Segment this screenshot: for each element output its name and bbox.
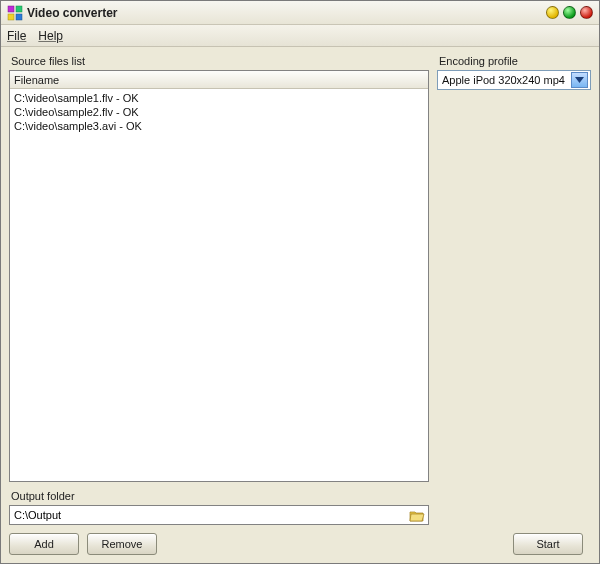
combo-dropdown-button[interactable] xyxy=(571,72,588,88)
list-item[interactable]: C:\video\sample3.avi - OK xyxy=(14,119,424,133)
source-files-list[interactable]: Filename C:\video\sample1.flv - OK C:\vi… xyxy=(9,70,429,482)
menu-file[interactable]: File xyxy=(7,29,26,43)
close-button[interactable] xyxy=(580,6,593,19)
source-files-section: Source files list Filename C:\video\samp… xyxy=(9,53,429,482)
svg-marker-4 xyxy=(575,77,584,83)
browse-folder-button[interactable] xyxy=(408,509,426,522)
svg-rect-0 xyxy=(8,6,14,12)
menu-help[interactable]: Help xyxy=(38,29,63,43)
titlebar: Video converter xyxy=(1,1,599,25)
minimize-button[interactable] xyxy=(546,6,559,19)
encoding-profile-section: Encoding profile Apple iPod 320x240 mp4 xyxy=(437,53,591,482)
output-folder-section: Output folder xyxy=(9,488,591,525)
svg-rect-3 xyxy=(16,14,22,20)
source-files-label: Source files list xyxy=(9,53,429,70)
remove-button[interactable]: Remove xyxy=(87,533,157,555)
output-folder-input[interactable] xyxy=(14,509,408,521)
maximize-button[interactable] xyxy=(563,6,576,19)
svg-rect-1 xyxy=(16,6,22,12)
source-files-body[interactable]: C:\video\sample1.flv - OK C:\video\sampl… xyxy=(10,89,428,481)
menubar: File Help xyxy=(1,25,599,47)
list-item[interactable]: C:\video\sample1.flv - OK xyxy=(14,91,424,105)
window-controls xyxy=(546,6,593,19)
top-row: Source files list Filename C:\video\samp… xyxy=(9,53,591,482)
content-area: Source files list Filename C:\video\samp… xyxy=(1,47,599,563)
window: Video converter File Help Source files l… xyxy=(0,0,600,564)
output-folder-label: Output folder xyxy=(9,488,591,505)
encoding-profile-value: Apple iPod 320x240 mp4 xyxy=(442,74,571,86)
list-item[interactable]: C:\video\sample2.flv - OK xyxy=(14,105,424,119)
window-title: Video converter xyxy=(27,6,546,20)
button-row: Add Remove Start xyxy=(9,533,591,555)
list-header-filename[interactable]: Filename xyxy=(10,71,428,89)
start-button[interactable]: Start xyxy=(513,533,583,555)
encoding-profile-label: Encoding profile xyxy=(437,53,591,70)
svg-rect-2 xyxy=(8,14,14,20)
add-button[interactable]: Add xyxy=(9,533,79,555)
output-folder-field-wrapper xyxy=(9,505,429,525)
encoding-profile-combo[interactable]: Apple iPod 320x240 mp4 xyxy=(437,70,591,90)
app-icon xyxy=(7,5,23,21)
